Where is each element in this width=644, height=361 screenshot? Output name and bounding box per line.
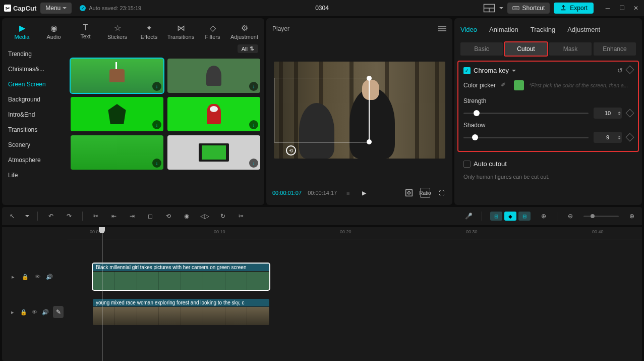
category-christmas[interactable]: Christmas&... [2,62,67,77]
track-collapse-icon[interactable]: ▸ [9,308,16,316]
category-trending[interactable]: Trending [2,46,67,62]
shadow-slider[interactable] [463,137,589,138]
thumbnail-photographer[interactable]: ↓ [167,59,260,93]
playhead-handle[interactable] [99,227,105,233]
tab-text[interactable]: TText [70,20,101,42]
layout-icon[interactable] [483,2,495,14]
thumbnail-santa[interactable]: ↓ [167,97,260,131]
chevron-down-icon[interactable] [499,7,503,9]
reverse-button[interactable]: ⟲ [163,211,173,221]
chevron-down-icon[interactable] [512,70,516,72]
category-atmosphere[interactable]: Atmosphere [2,152,67,168]
tab-transitions[interactable]: ⋈Transitions [165,20,197,42]
right-tab-adjustment[interactable]: Adjustment [567,26,600,33]
category-greenscreen[interactable]: Green Screen [2,77,67,92]
delete-left-button[interactable]: ⇤ [109,211,119,221]
strength-slider[interactable] [463,113,589,114]
tab-filters[interactable]: ◇Filters [197,20,228,42]
right-tab-video[interactable]: Video [460,26,477,33]
color-swatch[interactable] [514,80,524,90]
clip-2[interactable]: young mixed race woman exploring forest … [93,299,269,325]
tab-audio[interactable]: ◉Audio [38,20,70,42]
crop-overlay[interactable] [274,78,370,142]
stepper-up-icon[interactable] [618,136,621,137]
track-visible-icon[interactable]: 👁 [31,308,38,316]
thumbnail-snow[interactable]: ↓ [71,135,163,170]
category-transitions[interactable]: Transitions [2,122,67,137]
download-icon[interactable]: ↓ [152,159,161,168]
crop-button[interactable]: ◻ [145,211,155,221]
track-mute-icon[interactable]: 🔊 [42,308,49,316]
tab-adjustment[interactable]: ⚙Adjustment [228,20,260,42]
download-icon[interactable]: ↓ [152,82,161,91]
fullscreen-icon[interactable]: ⛶ [436,188,446,198]
rotate-icon[interactable]: ⟲ [286,145,296,156]
undo-button[interactable]: ↶ [46,211,56,221]
subtab-cutout[interactable]: Cutout [505,42,547,56]
reset-icon[interactable]: ↺ [617,67,623,74]
filter-all-button[interactable]: All ⇅ [238,44,258,53]
snap-toggle-1[interactable]: ⊟ [490,212,502,221]
download-icon[interactable]: ↓ [249,120,258,129]
track-visible-icon[interactable]: 👁 [33,273,41,281]
slider-thumb[interactable] [591,214,595,218]
eyedropper-icon[interactable]: ✐ [501,81,509,89]
thumbnail-cake[interactable]: ↓ [71,59,163,93]
snap-toggle-3[interactable]: ⊟ [518,212,531,221]
menu-button[interactable]: Menu [40,3,72,14]
subtab-enhance[interactable]: Enhance [594,42,636,56]
zoom-slider[interactable] [583,216,619,217]
right-tab-animation[interactable]: Animation [489,26,518,33]
strength-value[interactable]: 10 [594,108,622,119]
stepper-down-icon[interactable] [618,138,621,139]
subtab-mask[interactable]: Mask [549,42,592,56]
ratio-button[interactable]: Ratio [420,188,430,198]
chevron-down-icon[interactable] [25,215,29,217]
thumbnail-angel[interactable]: ↓ [71,97,163,131]
right-tab-tracking[interactable]: Tracking [531,26,555,33]
zoom-out-button[interactable]: ⊖ [565,211,575,221]
category-introend[interactable]: Intro&End [2,107,67,122]
list-icon[interactable]: ≡ [343,188,353,198]
mirror-button[interactable]: ◁▷ [200,211,210,221]
tab-effects[interactable]: ✦Effects [133,20,165,42]
zoom-in-button[interactable]: ⊕ [627,211,637,221]
keyframe-icon[interactable] [626,133,634,142]
clip-1[interactable]: Black millennial girl takes pictures wit… [93,264,269,290]
rotate-button[interactable]: ↻ [218,211,228,221]
track-mute-icon[interactable]: 🔊 [45,273,53,281]
freeze-button[interactable]: ◉ [182,211,192,221]
chroma-checkbox[interactable]: ✓ [463,67,471,74]
tab-media[interactable]: ▶Media [6,20,38,42]
category-background[interactable]: Background [2,92,67,107]
stepper-up-icon[interactable] [618,112,621,113]
thumbnail-tv[interactable]: ↓ [167,135,260,170]
download-icon[interactable]: ↓ [249,159,258,168]
maximize-button[interactable]: ☐ [618,4,626,12]
crop2-button[interactable]: ✂ [236,211,246,221]
align-button[interactable]: ⊕ [539,211,549,221]
keyframe-icon[interactable] [626,109,634,118]
track-lock-icon[interactable]: 🔒 [20,308,27,316]
stepper-down-icon[interactable] [618,114,621,115]
slider-thumb[interactable] [472,134,478,140]
play-button[interactable]: ▶ [359,188,369,198]
tab-stickers[interactable]: ☆Stickers [101,20,133,42]
player-menu-icon[interactable] [438,26,446,31]
category-scenery[interactable]: Scenery [2,137,67,152]
track-edit-button[interactable]: ✎ [53,306,64,318]
snap-toggle-2[interactable]: ◆ [504,212,516,221]
autocut-checkbox[interactable] [463,161,471,168]
timeline-ruler[interactable]: 00:00 00:10 00:20 00:30 00:40 [68,227,642,239]
slider-thumb[interactable] [474,110,480,116]
shortcut-button[interactable]: Shortcut [507,3,550,14]
redo-button[interactable]: ↷ [64,211,74,221]
pointer-tool[interactable]: ↖ [7,211,17,221]
playhead[interactable] [102,227,102,361]
mic-icon[interactable]: 🎤 [463,211,474,221]
split-button[interactable]: ✂ [91,211,101,221]
player-viewport[interactable]: ⟲ [272,35,446,185]
delete-right-button[interactable]: ⇥ [127,211,137,221]
scan-icon[interactable] [404,188,414,198]
track-collapse-icon[interactable]: ▸ [9,273,17,281]
